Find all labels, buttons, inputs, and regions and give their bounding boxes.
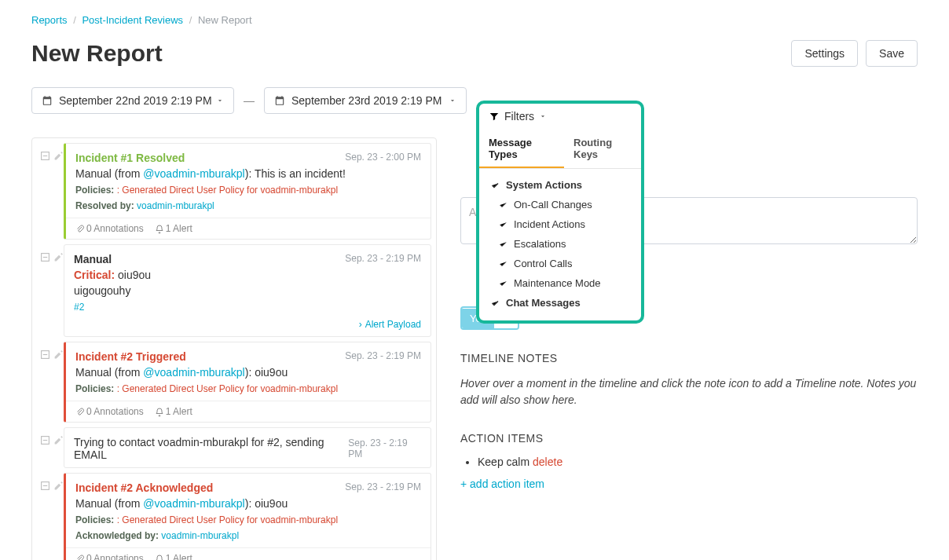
- user-link[interactable]: @voadmin-mburakpl: [143, 167, 244, 180]
- collapse-icon[interactable]: [40, 252, 50, 262]
- filters-panel: Filters Message Types Routing Keys Syste…: [476, 101, 644, 324]
- paperclip-icon: [75, 555, 85, 560]
- resolved-by-line: Resolved by: voadmin-mburakpl: [75, 200, 421, 211]
- alerts-count[interactable]: 1 Alert: [155, 223, 192, 234]
- filter-incident-actions[interactable]: Incident Actions: [479, 214, 641, 234]
- filter-control-calls[interactable]: Control Calls: [479, 254, 641, 273]
- user-link[interactable]: @voadmin-mburakpl: [143, 497, 244, 510]
- user-link[interactable]: voadmin-mburakpl: [161, 530, 239, 541]
- filters-button[interactable]: Filters: [479, 104, 641, 129]
- incident-ref-link[interactable]: #2: [74, 302, 421, 313]
- critical-line: Critical: oiu9ou: [74, 269, 421, 281]
- action-items-heading: ACTION ITEMS: [460, 432, 918, 445]
- timestamp: Sep. 23 - 2:19 PM: [345, 481, 421, 492]
- alerts-count[interactable]: 1 Alert: [155, 553, 192, 560]
- edit-icon[interactable]: [53, 481, 64, 491]
- card-gutter: [37, 473, 64, 560]
- check-icon: [490, 181, 500, 190]
- action-item: Keep calm delete: [478, 456, 918, 468]
- timestamp: Sep. 23 - 2:19 PM: [345, 350, 421, 361]
- check-icon: [498, 200, 507, 210]
- tab-message-types[interactable]: Message Types: [479, 129, 564, 168]
- filter-on-call-changes[interactable]: On-Call Changes: [479, 195, 641, 214]
- annotations-count[interactable]: 0 Annotations: [75, 406, 144, 417]
- timestamp: Sep. 23 - 2:19 PM: [348, 437, 421, 459]
- alerts-count[interactable]: 1 Alert: [155, 406, 192, 417]
- timeline-notes-hint: Hover over a moment in the timeline and …: [460, 375, 918, 408]
- check-icon: [498, 259, 507, 269]
- edit-icon[interactable]: [53, 252, 64, 262]
- timeline: Sep. 23 - 2:00 PM Incident #1 Resolved M…: [31, 137, 437, 560]
- policy-link[interactable]: : Generated Direct User Policy for voadm…: [117, 383, 338, 394]
- collapse-icon[interactable]: [40, 481, 50, 491]
- alert-payload-link[interactable]: ›Alert Payload: [64, 319, 431, 336]
- contact-attempt-card[interactable]: Trying to contact voadmin-mburakpl for #…: [64, 427, 431, 468]
- policy-link[interactable]: : Generated Direct User Policy for voadm…: [117, 185, 338, 196]
- timestamp: Sep. 23 - 2:19 PM: [345, 253, 421, 264]
- paperclip-icon: [75, 408, 85, 417]
- check-icon: [490, 298, 500, 308]
- edit-icon[interactable]: [53, 350, 64, 360]
- date-from-picker[interactable]: September 22nd 2019 2:19 PM: [31, 87, 234, 114]
- filter-chat-messages[interactable]: Chat Messages: [479, 293, 641, 313]
- add-action-item-link[interactable]: + add action item: [460, 478, 918, 490]
- card-gutter: [37, 244, 64, 342]
- paperclip-icon: [75, 225, 85, 234]
- date-to-label: September 23rd 2019 2:19 PM: [291, 94, 442, 107]
- settings-button[interactable]: Settings: [791, 40, 858, 67]
- incident-card-acknowledged[interactable]: Sep. 23 - 2:19 PM Incident #2 Acknowledg…: [64, 473, 431, 560]
- policies-line: Policies: : Generated Direct User Policy…: [75, 185, 421, 196]
- manual-alert-card[interactable]: Sep. 23 - 2:19 PM Manual Critical: oiu9o…: [64, 244, 431, 337]
- date-from-label: September 22nd 2019 2:19 PM: [59, 94, 212, 107]
- policies-line: Policies: : Generated Direct User Policy…: [75, 514, 421, 525]
- collapse-icon[interactable]: [40, 350, 50, 360]
- breadcrumb-current: New Report: [198, 14, 252, 26]
- card-line: Manual (from @voadmin-mburakpl): oiu9ou: [75, 497, 421, 510]
- filters-label: Filters: [504, 110, 534, 123]
- user-link[interactable]: voadmin-mburakpl: [137, 200, 214, 211]
- annotations-count[interactable]: 0 Annotations: [75, 553, 144, 560]
- chevron-down-icon: [539, 112, 547, 120]
- breadcrumb-post-incident-reviews[interactable]: Post-Incident Reviews: [82, 14, 183, 26]
- annotations-count[interactable]: 0 Annotations: [75, 223, 144, 234]
- timestamp: Sep. 23 - 2:00 PM: [345, 152, 421, 163]
- filter-escalations[interactable]: Escalations: [479, 234, 641, 254]
- acknowledged-by-line: Acknowledged by: voadmin-mburakpl: [75, 530, 421, 541]
- date-to-picker[interactable]: September 23rd 2019 2:19 PM: [264, 87, 467, 114]
- timeline-notes-heading: TIMELINE NOTES: [460, 352, 918, 364]
- card-line: Manual (from @voadmin-mburakpl): oiu9ou: [75, 366, 421, 379]
- incident-card-triggered[interactable]: Sep. 23 - 2:19 PM Incident #2 Triggered …: [64, 342, 431, 423]
- page-title: New Report: [31, 40, 163, 67]
- bell-icon: [155, 225, 164, 234]
- filter-system-actions[interactable]: System Actions: [479, 175, 641, 195]
- breadcrumb: Reports / Post-Incident Reviews / New Re…: [31, 8, 918, 40]
- card-gutter: [37, 342, 64, 427]
- chevron-down-icon: [449, 97, 456, 104]
- edit-icon[interactable]: [53, 435, 64, 445]
- check-icon: [498, 240, 507, 249]
- calendar-icon: [274, 95, 285, 106]
- collapse-icon[interactable]: [40, 435, 50, 445]
- chevron-down-icon: [216, 97, 224, 104]
- date-range-separator: —: [244, 94, 255, 107]
- filter-maintenance-mode[interactable]: Maintenance Mode: [479, 273, 641, 293]
- bell-icon: [155, 555, 164, 560]
- tab-routing-keys[interactable]: Routing Keys: [564, 129, 641, 168]
- save-button[interactable]: Save: [866, 40, 918, 67]
- filter-icon: [489, 111, 500, 122]
- contact-text: Trying to contact voadmin-mburakpl for #…: [74, 436, 348, 461]
- incident-card-resolved[interactable]: Sep. 23 - 2:00 PM Incident #1 Resolved M…: [64, 143, 431, 240]
- card-gutter: [37, 427, 64, 473]
- bell-icon: [155, 408, 164, 417]
- collapse-icon[interactable]: [40, 151, 50, 161]
- check-icon: [498, 220, 507, 229]
- calendar-icon: [42, 95, 53, 106]
- policy-link[interactable]: : Generated Direct User Policy for voadm…: [117, 514, 338, 525]
- check-icon: [498, 279, 507, 288]
- breadcrumb-reports[interactable]: Reports: [31, 14, 68, 26]
- user-link[interactable]: @voadmin-mburakpl: [143, 366, 244, 379]
- edit-icon[interactable]: [53, 151, 64, 161]
- policies-line: Policies: : Generated Direct User Policy…: [75, 383, 421, 394]
- card-gutter: [37, 143, 64, 244]
- delete-action-link[interactable]: delete: [533, 456, 562, 468]
